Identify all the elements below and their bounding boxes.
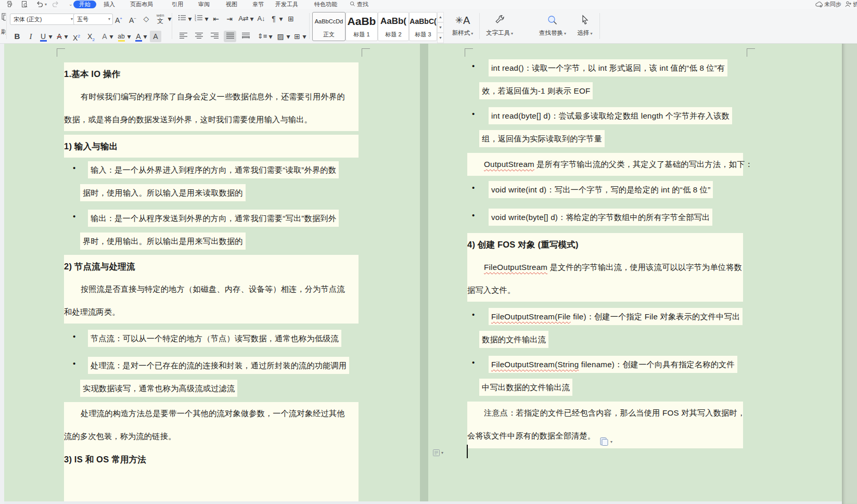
print-icon[interactable]: [6, 1, 13, 8]
clear-format-icon[interactable]: ◇: [140, 13, 152, 24]
highlight-color-icon[interactable]: ab: [116, 31, 127, 42]
find-replace-button[interactable]: 查找替换▾: [534, 12, 571, 38]
shading-dropdown[interactable]: ▾: [286, 31, 290, 42]
bold-icon[interactable]: B: [11, 31, 23, 42]
font-name-select[interactable]: 宋体 (正文)▾: [10, 14, 75, 25]
sort-icon[interactable]: A↓: [255, 13, 267, 24]
increase-font-icon[interactable]: A+: [112, 13, 125, 24]
undo-dropdown[interactable]: ▾: [45, 2, 47, 10]
char-scaling-dropdown[interactable]: ▾: [250, 13, 254, 24]
bullet-icon: •: [472, 183, 475, 192]
menu-bar: ▾ ⌄ 开始 插入 页面布局 引用 审阅 视图 章节 开发工具 特色功能 查找 …: [0, 0, 857, 9]
style-heading2[interactable]: AaBb( 标题 2: [378, 12, 409, 41]
text-cursor: [467, 445, 468, 458]
strikethrough-icon[interactable]: A: [54, 31, 65, 42]
toolbar-more-icon[interactable]: ⌄: [69, 2, 73, 9]
tab-references[interactable]: 引用: [172, 1, 183, 8]
left-edge-strip: [0, 43, 4, 504]
style-scroll-up-icon[interactable]: ▲: [437, 12, 444, 22]
tab-review[interactable]: 审阅: [198, 1, 210, 8]
strikethrough-dropdown[interactable]: ▾: [64, 31, 68, 42]
align-right-icon[interactable]: [208, 31, 221, 42]
show-marks-dropdown[interactable]: ▾: [279, 13, 283, 24]
increase-indent-icon[interactable]: ⇥: [224, 13, 235, 24]
collaborate-icon[interactable]: [845, 1, 852, 8]
cursor-arrow-icon: [573, 12, 596, 29]
decrease-indent-icon[interactable]: ⇤: [210, 13, 222, 24]
tab-view[interactable]: 视图: [226, 1, 237, 8]
bullet-item: • 处理流：是对一个已存在的流的连接和封装，通过所封装的流的功能调用 实现数据读…: [64, 354, 359, 400]
bullet-item: • void write(int d)：写出一个字节，写的是给定的 int 的“…: [467, 178, 756, 201]
wrench-icon: [482, 12, 517, 29]
superscript-icon[interactable]: X2: [70, 31, 83, 42]
tab-home[interactable]: 开始: [73, 1, 96, 8]
italic-icon[interactable]: I: [26, 31, 35, 42]
tab-insert[interactable]: 插入: [104, 1, 115, 8]
undo-icon[interactable]: [36, 1, 43, 8]
bullet-list-dropdown[interactable]: ▾: [188, 13, 192, 24]
cloud-sync-icon[interactable]: [815, 1, 823, 8]
print-preview-icon[interactable]: [21, 1, 28, 8]
redo-icon[interactable]: [52, 1, 59, 8]
underline-dropdown[interactable]: ▾: [48, 31, 53, 42]
line-spacing-dropdown[interactable]: ▾: [268, 31, 273, 42]
justify-icon[interactable]: [224, 31, 236, 42]
style-gallery-scroll[interactable]: ▲ ▼ ▼: [437, 12, 444, 40]
tab-section[interactable]: 章节: [252, 1, 264, 8]
distribute-icon[interactable]: [239, 31, 252, 42]
text-effects-icon[interactable]: A: [99, 31, 110, 42]
tab-dev-tools[interactable]: 开发工具: [275, 1, 298, 8]
font-color-dropdown[interactable]: ▾: [143, 31, 147, 42]
borders-icon[interactable]: ⊞: [291, 31, 303, 42]
tab-stops-icon[interactable]: ⊞: [285, 13, 297, 24]
pinyin-guide-icon[interactable]: wén 文: [154, 13, 167, 24]
char-shading-icon[interactable]: A: [150, 31, 161, 42]
subscript-icon[interactable]: X2: [85, 31, 97, 42]
borders-dropdown[interactable]: ▾: [302, 31, 306, 42]
margin-mark: [362, 48, 370, 57]
underline-icon[interactable]: U: [38, 31, 48, 42]
tab-page-layout[interactable]: 页面布局: [130, 1, 153, 8]
style-scroll-down-icon[interactable]: ▼: [437, 22, 444, 33]
paragraph-layout-button[interactable]: ▾: [432, 448, 443, 457]
bullet-list-icon[interactable]: [177, 13, 187, 24]
font-color-icon[interactable]: A: [133, 31, 144, 42]
paste-options-button[interactable]: ▾: [599, 436, 612, 447]
highlight-dropdown[interactable]: ▾: [127, 31, 131, 42]
paragraph-block: 处理流的构造方法总是要带一个其他的流对象做参数，一个流对象经过其他 流的多次包装…: [64, 402, 359, 501]
char-scaling-icon[interactable]: A⇄: [237, 13, 250, 24]
text-effects-dropdown[interactable]: ▾: [109, 31, 113, 42]
style-heading3[interactable]: AaBbC( 标题 3: [409, 12, 437, 41]
style-gallery-more-icon[interactable]: ▼: [437, 33, 444, 43]
new-style-icon: ✳A: [447, 12, 478, 29]
menu-find[interactable]: 查找: [350, 1, 368, 8]
pinyin-dropdown[interactable]: ▾: [168, 13, 172, 24]
bullet-item: • 输入：是一个从外界进入到程序的方向，通常我们需要“读取”外界的数 据时，使用…: [64, 159, 359, 204]
show-marks-icon[interactable]: ¶: [268, 13, 279, 24]
heading: 2) 节点流与处理流: [64, 255, 359, 278]
sync-status: 未同步: [824, 1, 841, 8]
numbered-list-icon[interactable]: 123: [194, 13, 204, 24]
find-replace-icon: [534, 12, 571, 29]
line-spacing-icon[interactable]: ⇕≡: [256, 31, 268, 42]
right-canvas-area: [842, 43, 857, 504]
font-size-select[interactable]: 五号▾: [73, 14, 113, 25]
paragraph-block: 4) 创建 FOS 对象 (重写模式) FileOutputStream 是文件…: [467, 233, 743, 302]
tab-special-features[interactable]: 特色功能: [314, 1, 337, 8]
style-heading1[interactable]: AaBb 标题 1: [346, 12, 378, 41]
page-left[interactable]: 1.基本 IO 操作 有时候我们编写的程序除了自身会定义一些数据信息外，还需要引…: [4, 43, 420, 501]
decrease-font-icon[interactable]: A−: [126, 13, 139, 24]
numbered-list-dropdown[interactable]: ▾: [204, 13, 209, 24]
new-style-button[interactable]: ✳A 新样式▾: [447, 12, 478, 38]
align-center-icon[interactable]: [193, 31, 205, 42]
format-painter-partial[interactable]: 刷: [0, 9, 6, 43]
svg-text:3: 3: [195, 19, 196, 22]
page-right[interactable]: • int read()：读取一个字节，以 int 形式返回，该 int 值的“…: [428, 43, 842, 501]
bullet-icon: •: [472, 211, 475, 219]
text-tools-button[interactable]: 文字工具▾: [482, 12, 517, 38]
style-normal[interactable]: AaBbCcDd 正文: [312, 12, 346, 41]
align-left-icon[interactable]: [177, 31, 189, 42]
shading-icon[interactable]: ▨: [275, 31, 286, 42]
divider: [599, 13, 600, 39]
select-button[interactable]: 选择▾: [573, 12, 596, 38]
